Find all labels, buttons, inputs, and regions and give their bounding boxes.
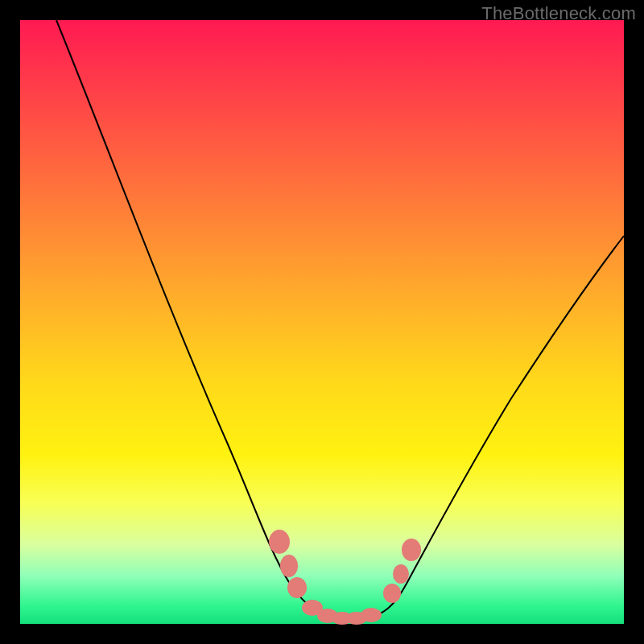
curve-markers (20, 20, 624, 624)
svg-point-2 (287, 577, 307, 598)
watermark-text: TheBottleneck.com (481, 3, 636, 24)
plot-area (20, 20, 624, 624)
svg-point-9 (393, 564, 409, 584)
svg-point-8 (383, 584, 401, 603)
svg-point-0 (269, 530, 290, 554)
svg-point-1 (280, 555, 298, 577)
svg-point-7 (361, 608, 382, 622)
chart-frame: TheBottleneck.com (0, 0, 644, 644)
svg-point-10 (402, 539, 421, 561)
